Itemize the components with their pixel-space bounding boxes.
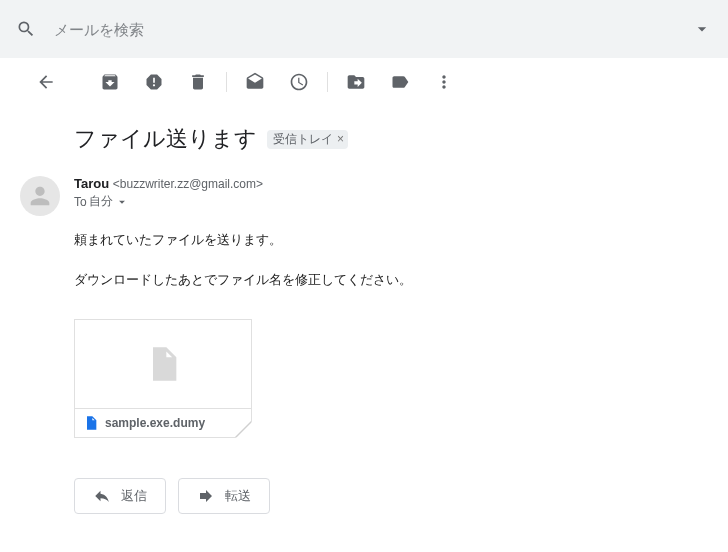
attachment-preview <box>75 320 251 408</box>
delete-button[interactable] <box>178 62 218 102</box>
file-icon <box>83 415 99 431</box>
reply-label: 返信 <box>121 487 147 505</box>
reply-icon <box>93 487 111 505</box>
subject-row: ファイル送ります 受信トレイ × <box>74 124 708 154</box>
mark-unread-button[interactable] <box>235 62 275 102</box>
forward-button[interactable]: 転送 <box>178 478 270 514</box>
archive-button[interactable] <box>90 62 130 102</box>
body-line: 頼まれていたファイルを送ります。 <box>74 230 708 250</box>
toolbar <box>0 58 728 106</box>
to-recipient: 自分 <box>89 193 113 210</box>
message-content: ファイル送ります 受信トレイ × Tarou <buzzwriter.zz@gm… <box>0 106 728 534</box>
to-line[interactable]: To 自分 <box>74 193 263 210</box>
search-input[interactable] <box>54 21 692 38</box>
more-button[interactable] <box>424 62 464 102</box>
message-header: Tarou <buzzwriter.zz@gmail.com> To 自分 <box>20 176 708 216</box>
avatar <box>20 176 60 216</box>
file-icon <box>143 340 183 388</box>
toolbar-separator <box>327 72 328 92</box>
from-line: Tarou <buzzwriter.zz@gmail.com> <box>74 176 263 191</box>
chevron-down-icon <box>115 195 129 209</box>
dropdown-icon[interactable] <box>692 19 712 39</box>
sender-email: <buzzwriter.zz@gmail.com> <box>113 177 263 191</box>
attachment-card[interactable]: sample.exe.dumy <box>74 319 252 438</box>
subject: ファイル送ります <box>74 124 257 154</box>
sender-name: Tarou <box>74 176 109 191</box>
message-body: 頼まれていたファイルを送ります。 ダウンロードしたあとでファイル名を修正してくだ… <box>74 230 708 289</box>
sender-block: Tarou <buzzwriter.zz@gmail.com> To 自分 <box>74 176 263 210</box>
move-to-button[interactable] <box>336 62 376 102</box>
reply-button[interactable]: 返信 <box>74 478 166 514</box>
toolbar-separator <box>226 72 227 92</box>
snooze-button[interactable] <box>279 62 319 102</box>
inbox-label-chip[interactable]: 受信トレイ × <box>267 130 348 149</box>
inbox-label-text: 受信トレイ <box>273 131 333 148</box>
forward-icon <box>197 487 215 505</box>
attachment-filename: sample.exe.dumy <box>105 416 205 430</box>
forward-label: 転送 <box>225 487 251 505</box>
search-bar <box>0 0 728 58</box>
labels-button[interactable] <box>380 62 420 102</box>
body-line: ダウンロードしたあとでファイル名を修正してください。 <box>74 270 708 290</box>
attachment-footer: sample.exe.dumy <box>75 408 251 437</box>
search-icon[interactable] <box>16 19 36 39</box>
back-button[interactable] <box>26 62 66 102</box>
fold-corner <box>235 421 251 437</box>
action-row: 返信 転送 <box>74 478 708 514</box>
to-prefix: To <box>74 195 87 209</box>
spam-button[interactable] <box>134 62 174 102</box>
close-icon[interactable]: × <box>337 132 344 146</box>
